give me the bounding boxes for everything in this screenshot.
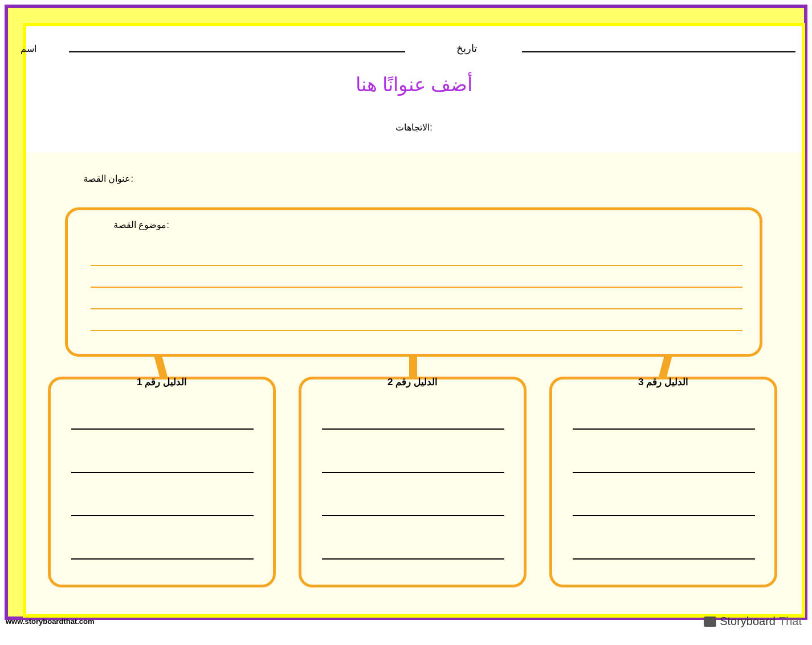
story-title-label: :عنوان القصة (83, 173, 133, 184)
evidence-1-line-3[interactable] (71, 515, 254, 516)
evidence-2-line-2[interactable] (322, 472, 504, 473)
evidence-1-line-2[interactable] (71, 472, 254, 473)
page-title: أضف عنوانًا هنا (26, 73, 802, 96)
evidence-2-line-1[interactable] (322, 428, 504, 430)
worksheet-outer-frame: اسم تاريخ أضف عنوانًا هنا :الاتجاهات :عن… (5, 5, 807, 620)
theme-line-1[interactable] (91, 265, 742, 266)
evidence-3-line-2[interactable] (573, 472, 755, 473)
date-label: تاريخ (456, 42, 477, 55)
footer-logo: StoryboardThat (704, 615, 802, 628)
date-input-line[interactable] (522, 51, 795, 52)
directions-label: :الاتجاهات (26, 122, 802, 133)
theme-line-3[interactable] (91, 308, 742, 309)
evidence-2-title: الدليل رقم 2 (301, 376, 524, 388)
theme-line-2[interactable] (91, 287, 742, 288)
name-label: اسم (21, 43, 36, 54)
theme-line-4[interactable] (91, 330, 742, 331)
evidence-2-line-3[interactable] (322, 515, 504, 516)
evidence-2-line-4[interactable] (322, 558, 504, 560)
evidence-3-line-4[interactable] (573, 558, 755, 560)
evidence-3-line-3[interactable] (573, 515, 755, 516)
theme-box: :موضوع القصة (65, 207, 762, 357)
evidence-box-1: الدليل رقم 1 (48, 377, 276, 587)
logo-text-that: That (779, 615, 802, 628)
worksheet-inner-frame: اسم تاريخ أضف عنوانًا هنا :الاتجاهات :عن… (23, 23, 805, 618)
evidence-box-2: الدليل رقم 2 (299, 377, 527, 587)
logo-text-storyboard: Storyboard (720, 615, 776, 628)
evidence-1-title: الدليل رقم 1 (51, 376, 273, 388)
theme-label: :موضوع القصة (113, 219, 169, 230)
speech-bubble-icon (704, 617, 716, 627)
evidence-3-line-1[interactable] (573, 428, 755, 430)
evidence-1-line-4[interactable] (71, 558, 254, 560)
evidence-1-line-1[interactable] (71, 428, 254, 430)
header-area: اسم تاريخ أضف عنوانًا هنا :الاتجاهات (26, 26, 802, 153)
evidence-3-title: الدليل رقم 3 (552, 376, 774, 388)
footer-url: www.storyboardthat.com (6, 617, 95, 626)
evidence-box-3: الدليل رقم 3 (549, 377, 777, 587)
name-input-line[interactable] (69, 51, 405, 52)
